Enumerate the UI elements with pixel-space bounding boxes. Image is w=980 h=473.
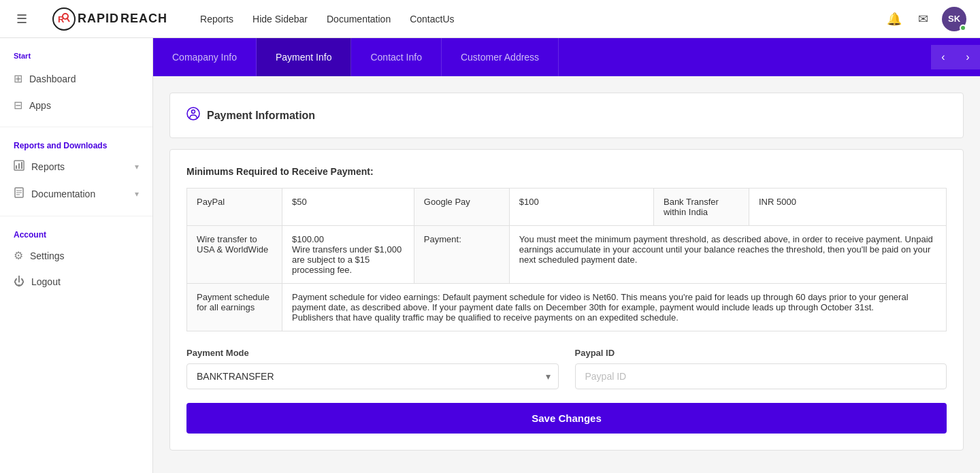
apps-icon: ⊟ [14, 99, 22, 112]
paypal-label: PayPal [187, 189, 282, 226]
sidebar-logout-label: Logout [31, 276, 139, 287]
sidebar-reports-section: Reports and Downloads [0, 135, 152, 153]
logo-text-rapid: RAPID [78, 12, 119, 26]
nav-documentation[interactable]: Documentation [327, 14, 391, 25]
paypal-value: $50 [282, 189, 414, 226]
page-body: Payment Information Minimums Required to… [153, 76, 980, 473]
tab-company-info[interactable]: Comapany Info [153, 38, 257, 76]
svg-rect-5 [18, 163, 20, 169]
payment-mode-label: Payment Mode [186, 348, 559, 358]
payment-section: Minimums Required to Receive Payment: Pa… [169, 149, 964, 451]
sidebar-item-apps[interactable]: ⊟ Apps [0, 92, 152, 118]
paypal-id-input[interactable] [575, 363, 947, 389]
payment-table: PayPal $50 Google Pay $100 Bank Transfer… [186, 188, 947, 331]
hamburger-icon: ☰ [16, 12, 27, 26]
save-changes-button[interactable]: Save Changes [186, 403, 947, 434]
mail-icon: ✉ [918, 12, 928, 26]
sidebar-start-label: Start [0, 52, 152, 60]
googlepay-value: $100 [509, 189, 653, 226]
sidebar-item-reports[interactable]: Reports ▾ [0, 153, 152, 180]
nav-reports[interactable]: Reports [200, 14, 233, 25]
tab-contact-info[interactable]: Contact Info [351, 38, 442, 76]
top-navbar: ☰ R RAPID REACH Reports Hide Sidebar Doc… [0, 0, 980, 38]
sidebar-divider-1 [0, 127, 152, 127]
sidebar-dashboard-label: Dashboard [29, 74, 139, 84]
tab-prev-button[interactable]: ‹ [931, 45, 956, 69]
tabs-bar: Comapany Info Payment Info Contact Info … [153, 38, 980, 76]
notification-icon: 🔔 [887, 12, 902, 26]
logo-icon: R [52, 7, 76, 31]
payment-form-row: Payment Mode BANKTRANSFER PAYPAL WIRE_TR… [186, 348, 947, 389]
card-title: Payment Information [186, 107, 947, 124]
paypal-id-group: Paypal ID [575, 348, 947, 389]
sidebar-item-logout[interactable]: ⏻ Logout [0, 269, 152, 295]
logo-text-reach: REACH [120, 12, 167, 26]
svg-rect-6 [21, 162, 22, 169]
mail-button[interactable]: ✉ [915, 9, 931, 29]
dashboard-icon: ⊞ [14, 72, 22, 85]
settings-icon: ⚙ [14, 249, 23, 262]
tab-nav-buttons: ‹ › [931, 45, 980, 69]
sidebar-settings-label: Settings [30, 250, 139, 261]
reports-icon [14, 160, 24, 174]
payment-mode-select[interactable]: BANKTRANSFER PAYPAL WIRE_TRANSFER GOOGLE… [186, 363, 559, 389]
payment-mode-select-wrapper: BANKTRANSFER PAYPAL WIRE_TRANSFER GOOGLE… [186, 363, 559, 389]
svg-text:R: R [58, 14, 65, 25]
bank-transfer-value: INR 5000 [749, 189, 946, 226]
logout-icon: ⏻ [14, 276, 24, 288]
online-indicator [960, 25, 966, 31]
sidebar: Start ⊞ Dashboard ⊟ Apps Reports and Dow… [0, 38, 153, 473]
notification-button[interactable]: 🔔 [884, 9, 904, 29]
nav-right: 🔔 ✉ SK [884, 7, 966, 31]
sidebar-reports-label: Reports [31, 161, 128, 172]
payment-description: You must meet the minimum payment thresh… [509, 226, 946, 284]
paypal-id-label: Paypal ID [575, 348, 947, 358]
sidebar-item-dashboard[interactable]: ⊞ Dashboard [0, 65, 152, 92]
tab-payment-info[interactable]: Payment Info [257, 38, 352, 76]
reports-chevron-icon: ▾ [135, 162, 139, 172]
payment-schedule-value: Payment schedule for video earnings: Def… [282, 284, 947, 331]
sidebar-item-documentation[interactable]: Documentation ▾ [0, 180, 152, 208]
documentation-chevron-icon: ▾ [135, 189, 139, 199]
documentation-icon [14, 187, 24, 201]
payment-mode-group: Payment Mode BANKTRANSFER PAYPAL WIRE_TR… [186, 348, 559, 389]
payment-schedule-label: Payment schedule for all earnings [187, 284, 282, 331]
wire-transfer-value: $100.00Wire transfers under $1,000 are s… [282, 226, 414, 284]
table-row-1: PayPal $50 Google Pay $100 Bank Transfer… [187, 189, 947, 226]
table-row-2: Wire transfer to USA & WorldWide $100.00… [187, 226, 947, 284]
payment-info-title: Payment Information [207, 110, 315, 122]
tab-next-button[interactable]: › [956, 45, 980, 69]
hamburger-button[interactable]: ☰ [14, 9, 30, 29]
wire-transfer-label: Wire transfer to USA & WorldWide [187, 226, 282, 284]
minimums-heading: Minimums Required to Receive Payment: [186, 166, 947, 177]
tab-customer-address[interactable]: Customer Address [442, 38, 559, 76]
googlepay-label: Google Pay [414, 189, 509, 226]
app-body: Start ⊞ Dashboard ⊟ Apps Reports and Dow… [0, 38, 980, 473]
sidebar-apps-label: Apps [29, 100, 139, 111]
logo: R RAPID REACH [52, 7, 167, 31]
sidebar-documentation-label: Documentation [31, 189, 128, 199]
payment-label: Payment: [414, 226, 509, 284]
svg-point-12 [192, 110, 195, 114]
payment-info-header-card: Payment Information [169, 93, 964, 138]
sidebar-item-settings[interactable]: ⚙ Settings [0, 242, 152, 269]
nav-contactus[interactable]: ContactUs [410, 14, 454, 25]
avatar-initials: SK [948, 14, 960, 24]
avatar[interactable]: SK [942, 7, 966, 31]
nav-hide-sidebar[interactable]: Hide Sidebar [252, 14, 308, 25]
sidebar-account-section: Account [0, 225, 152, 242]
main-content: Comapany Info Payment Info Contact Info … [153, 38, 980, 473]
sidebar-divider-2 [0, 216, 152, 216]
nav-links: Reports Hide Sidebar Documentation Conta… [200, 14, 862, 25]
table-row-3: Payment schedule for all earnings Paymen… [187, 284, 947, 331]
payment-info-icon [186, 107, 200, 124]
bank-transfer-label: Bank Transfer within India [653, 189, 749, 226]
svg-rect-4 [16, 165, 17, 169]
